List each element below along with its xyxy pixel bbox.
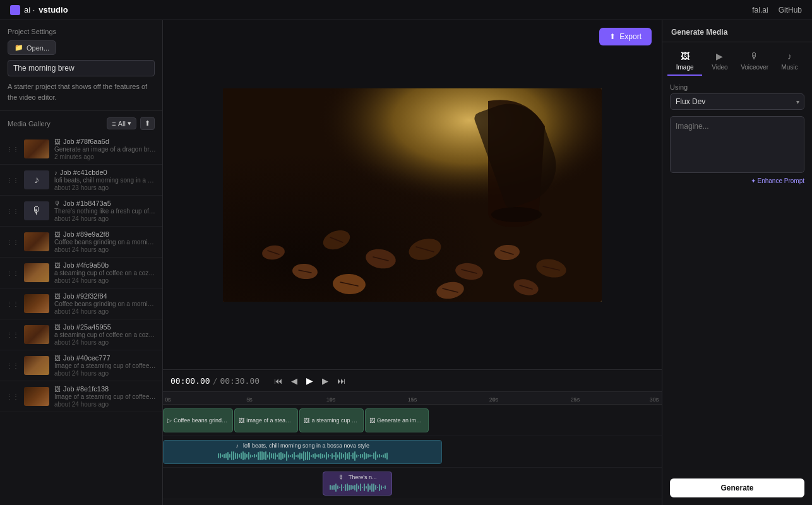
media-job-id: ♪ Job #c41cbde0 <box>54 169 156 176</box>
project-description: A starter project that shows off the fea… <box>8 81 155 102</box>
media-info: 🖼 Job #25a45955 a steaming cup of coffee… <box>54 323 156 346</box>
media-job-id: 🖼 Job #4fc9a50b <box>54 261 156 269</box>
voiceover-waveform <box>327 482 388 493</box>
media-item[interactable]: ⋮⋮ 🖼 Job #40cec777 Image of a steaming c… <box>0 350 162 381</box>
play-button[interactable]: ▶ <box>303 374 316 388</box>
drag-handle: ⋮⋮ <box>6 300 19 307</box>
audio-clip[interactable]: ♪ lofi beats, chill morning song in a bo… <box>163 440 442 464</box>
ruler-ticks <box>168 398 657 404</box>
tab-video[interactable]: ▶ Video <box>702 47 737 76</box>
media-time: about 24 hours ago <box>54 308 156 315</box>
image-icon: 🖼 <box>54 262 61 269</box>
media-item[interactable]: ⋮⋮ 🖼 Job #4fc9a50b a steaming cup of cof… <box>0 258 162 288</box>
open-button[interactable]: 📁 Open... <box>8 40 56 55</box>
audio-track: ♪ lofi beats, chill morning song in a bo… <box>163 436 662 468</box>
timeline-clip[interactable]: ▷ Coffee beans grinding o... <box>163 408 233 432</box>
generate-button[interactable]: Generate <box>670 478 804 497</box>
media-job-id: 🖼 Job #25a45955 <box>54 323 156 331</box>
image-clip-icon: 🖼 <box>239 417 244 424</box>
audio-icon: ♪ <box>54 169 57 176</box>
folder-icon: 📁 <box>15 44 23 52</box>
track-content-audio: ♪ lofi beats, chill morning song in a bo… <box>163 436 662 467</box>
right-sidebar: Generate Media 🖼 Image ▶ Video 🎙 Voiceov… <box>662 20 812 505</box>
app-logo-area: ai · vstudio <box>10 5 68 15</box>
preview-svg <box>223 88 602 302</box>
generate-body: Using Flux Dev ✦ Enhance Prompt Generate <box>662 76 812 505</box>
media-thumbnail: ♪ <box>24 170 49 189</box>
video-track: ▷ Coffee beans grinding o... 🖼 Image of … <box>163 405 662 436</box>
media-item[interactable]: ⋮⋮ 🖼 Job #78f6aa6d Generate an image of … <box>0 134 162 165</box>
media-item[interactable]: ⋮⋮ 🖼 Job #92f32f84 Coffee beans grinding… <box>0 288 162 319</box>
fal-link[interactable]: fal.ai <box>752 6 768 15</box>
timeline-clip[interactable]: 🖼 a steaming cup of coffee <box>299 408 363 432</box>
media-time: about 24 hours ago <box>54 339 156 346</box>
audio-clip-icon: ♪ <box>236 443 239 449</box>
media-thumbnail: 🎙 <box>24 201 49 220</box>
voiceover-track: 🎙 There's n... <box>163 468 662 499</box>
timeline-clip[interactable]: 🖼 Image of a steaming cup <box>234 408 298 432</box>
total-time: 00:30.00 <box>220 376 260 386</box>
voiceover-clip[interactable]: 🎙 There's n... <box>323 472 393 496</box>
enhance-prompt-button[interactable]: ✦ Enhance Prompt <box>751 177 805 184</box>
image-clip-icon: 🖼 <box>304 417 309 424</box>
project-section: Project Settings 📁 Open... The morning b… <box>0 20 162 110</box>
model-select[interactable]: Flux Dev <box>670 93 804 110</box>
image-icon: 🖼 <box>54 138 61 145</box>
tab-image-label: Image <box>676 64 694 71</box>
github-link[interactable]: GitHub <box>779 6 802 15</box>
ruler-markers: 0s 5s 10s 15s 20s 25s 30s <box>168 392 657 404</box>
media-job-id: 🖼 Job #92f32f84 <box>54 292 156 300</box>
media-description: Image of a steaming cup of coffee in a..… <box>54 362 156 369</box>
media-item[interactable]: ⋮⋮ 🖼 Job #25a45955 a steaming cup of cof… <box>0 319 162 350</box>
media-job-id: 🖼 Job #78f6aa6d <box>54 138 156 145</box>
media-description: a steaming cup of coffee on a cozy... <box>54 331 156 338</box>
prompt-area: ✦ Enhance Prompt <box>670 116 804 184</box>
timeline-clip[interactable]: 🖼 Generate an image o... <box>365 408 429 432</box>
using-label: Using <box>670 83 804 91</box>
waveform <box>215 450 390 461</box>
track-content-voiceover: 🎙 There's n... <box>163 468 662 499</box>
prompt-textarea[interactable] <box>670 116 804 173</box>
tab-music[interactable]: ♪ Music <box>772 47 807 76</box>
filter-button[interactable]: ≡ All ▾ <box>107 117 136 129</box>
timeline-ruler: 0s 5s 10s 15s 20s 25s 30s <box>163 392 662 405</box>
drag-handle: ⋮⋮ <box>6 177 19 184</box>
tab-image[interactable]: 🖼 Image <box>667 47 702 76</box>
generate-media-title: Generate Media <box>671 28 727 37</box>
tab-video-label: Video <box>712 64 727 71</box>
media-item[interactable]: ⋮⋮ 🖼 Job #8e1fc138 Image of a steaming c… <box>0 381 162 412</box>
media-item[interactable]: ⋮⋮ 🖼 Job #89e9a2f8 Coffee beans grinding… <box>0 227 162 258</box>
export-button[interactable]: ⬆ Export <box>599 28 652 45</box>
upload-button[interactable]: ⬆ <box>140 117 155 130</box>
left-sidebar: Project Settings 📁 Open... The morning b… <box>0 20 163 505</box>
chevron-down-icon: ▾ <box>128 119 131 128</box>
svg-point-25 <box>491 207 542 222</box>
topbar-links: fal.ai GitHub <box>752 6 802 15</box>
transport-controls: ⏮ ◀ ▶ ▶ ⏭ <box>271 374 349 388</box>
main-layout: Project Settings 📁 Open... The morning b… <box>0 20 812 505</box>
skip-start-button[interactable]: ⏮ <box>271 374 285 388</box>
media-info: 🖼 Job #78f6aa6d Generate an image of a d… <box>54 138 156 160</box>
next-frame-button[interactable]: ▶ <box>319 374 331 388</box>
using-label-row: Using Flux Dev <box>670 83 804 110</box>
tab-music-label: Music <box>781 64 797 71</box>
generate-media-header: Generate Media <box>662 20 812 42</box>
skip-end-button[interactable]: ⏭ <box>334 374 349 388</box>
media-time: about 24 hours ago <box>54 277 156 284</box>
media-item[interactable]: ⋮⋮ ♪ ♪ Job #c41cbde0 lofi beats, chill m… <box>0 165 162 196</box>
media-item[interactable]: ⋮⋮ 🎙 🎙 Job #1b8473a5 There's nothing lik… <box>0 196 162 227</box>
enhance-row: ✦ Enhance Prompt <box>670 177 804 184</box>
current-time: 00:00.00 <box>170 376 210 386</box>
image-icon: 🖼 <box>54 355 61 362</box>
media-job-id: 🖼 Job #89e9a2f8 <box>54 230 156 238</box>
voiceover-tab-icon: 🎙 <box>750 51 759 61</box>
media-time: about 24 hours ago <box>54 401 156 408</box>
prev-frame-button[interactable]: ◀ <box>288 374 301 388</box>
voiceover-clip-label: There's n... <box>349 474 377 480</box>
image-tab-icon: 🖼 <box>681 51 690 61</box>
gallery-title: Media Gallery <box>8 120 51 128</box>
media-time: about 24 hours ago <box>54 215 156 222</box>
tab-voiceover[interactable]: 🎙 Voiceover <box>737 47 772 76</box>
project-name[interactable]: The morning brew <box>8 60 155 76</box>
media-thumbnail <box>24 140 49 158</box>
